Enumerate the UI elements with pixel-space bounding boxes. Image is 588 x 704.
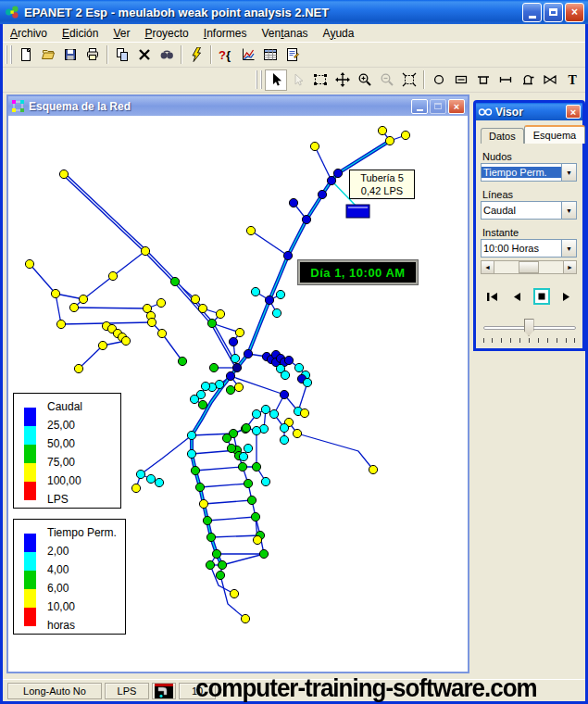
region-button[interactable] bbox=[309, 69, 332, 91]
rewind-button[interactable] bbox=[483, 288, 500, 305]
network-node[interactable] bbox=[206, 533, 215, 541]
network-node[interactable] bbox=[198, 304, 206, 312]
network-node[interactable] bbox=[79, 295, 87, 303]
network-node[interactable] bbox=[147, 318, 156, 326]
network-node[interactable] bbox=[269, 409, 278, 418]
network-node[interactable] bbox=[232, 363, 241, 371]
network-pipe[interactable] bbox=[211, 535, 260, 537]
map-close-button[interactable]: × bbox=[448, 99, 465, 114]
menu-item-edición[interactable]: Edición bbox=[55, 25, 106, 42]
network-pipe[interactable] bbox=[162, 333, 182, 361]
save-button[interactable] bbox=[59, 44, 81, 66]
scrollbar-thumb[interactable] bbox=[519, 261, 539, 273]
network-pipe[interactable] bbox=[315, 146, 332, 181]
network-node[interactable] bbox=[251, 512, 259, 521]
network-node[interactable] bbox=[318, 190, 326, 198]
lineas-dropdown[interactable]: Caudal ▼ bbox=[481, 201, 577, 220]
network-node[interactable] bbox=[252, 426, 260, 434]
network-pipe[interactable] bbox=[83, 276, 113, 299]
network-node[interactable] bbox=[226, 371, 234, 380]
network-node[interactable] bbox=[281, 371, 289, 379]
minimize-button[interactable] bbox=[522, 3, 542, 22]
network-node[interactable] bbox=[98, 341, 106, 349]
tab-esquema[interactable]: Esquema bbox=[524, 125, 585, 144]
scrollbar-track[interactable] bbox=[494, 260, 563, 274]
network-node[interactable] bbox=[302, 215, 310, 223]
network-node[interactable] bbox=[190, 395, 198, 403]
menu-item-ver[interactable]: Ver bbox=[106, 25, 137, 42]
graph-button[interactable] bbox=[237, 44, 259, 66]
close-button[interactable]: × bbox=[565, 3, 584, 22]
network-node[interactable] bbox=[141, 246, 149, 255]
network-pipe[interactable] bbox=[113, 251, 145, 276]
network-node[interactable] bbox=[131, 484, 140, 492]
network-node[interactable] bbox=[230, 589, 238, 597]
network-node[interactable] bbox=[259, 549, 268, 558]
zoomin-button[interactable] bbox=[354, 69, 376, 91]
network-pipe[interactable] bbox=[251, 231, 288, 256]
tank-symbol[interactable] bbox=[346, 205, 369, 218]
pump-button[interactable] bbox=[517, 69, 539, 91]
label-button[interactable]: T bbox=[561, 69, 583, 91]
network-node[interactable] bbox=[284, 356, 293, 364]
pipe-button[interactable] bbox=[494, 69, 517, 91]
network-node[interactable] bbox=[191, 466, 199, 474]
network-pipe[interactable] bbox=[222, 554, 264, 565]
network-node[interactable] bbox=[235, 328, 244, 336]
maximize-button[interactable] bbox=[544, 3, 563, 22]
select-button[interactable] bbox=[265, 69, 287, 91]
network-node[interactable] bbox=[238, 462, 246, 471]
network-node[interactable] bbox=[187, 431, 195, 439]
network-node[interactable] bbox=[136, 470, 144, 478]
menu-item-ventanas[interactable]: Ventanas bbox=[255, 25, 316, 42]
network-node[interactable] bbox=[244, 479, 252, 487]
network-node[interactable] bbox=[265, 295, 273, 304]
network-node[interactable] bbox=[108, 271, 117, 280]
legend-caudal[interactable]: Caudal25,0050,0075,00100,00LPS bbox=[13, 393, 121, 509]
network-node[interactable] bbox=[231, 354, 239, 362]
network-node[interactable] bbox=[59, 170, 68, 178]
network-node[interactable] bbox=[229, 337, 237, 346]
step-back-button[interactable] bbox=[508, 288, 525, 305]
step-forward-button[interactable] bbox=[558, 288, 575, 305]
dropdown-button[interactable]: ▼ bbox=[561, 164, 576, 181]
network-node[interactable] bbox=[170, 277, 179, 285]
pan-button[interactable] bbox=[332, 69, 354, 91]
visor-title-bar[interactable]: Visor × bbox=[476, 103, 582, 120]
time-scrollbar[interactable]: ◄ ► bbox=[481, 260, 577, 274]
menu-item-ayuda[interactable]: Ayuda bbox=[316, 25, 362, 42]
table-button[interactable] bbox=[259, 44, 281, 66]
network-node[interactable] bbox=[276, 290, 284, 298]
network-node[interactable] bbox=[241, 614, 249, 622]
reservoir-button[interactable] bbox=[450, 69, 472, 91]
network-node[interactable] bbox=[25, 259, 33, 268]
network-pipe[interactable] bbox=[195, 467, 243, 471]
network-node[interactable] bbox=[378, 126, 386, 134]
network-node[interactable] bbox=[69, 303, 78, 311]
network-node[interactable] bbox=[146, 474, 155, 483]
nudos-dropdown[interactable]: Tiempo Perm. ▼ bbox=[481, 163, 577, 182]
network-node[interactable] bbox=[187, 449, 195, 458]
network-node[interactable] bbox=[327, 176, 335, 184]
network-node[interactable] bbox=[234, 383, 243, 391]
network-node[interactable] bbox=[272, 308, 281, 317]
toolbar-gripper[interactable] bbox=[256, 70, 262, 89]
network-pipe[interactable] bbox=[141, 435, 192, 474]
network-node[interactable] bbox=[198, 400, 206, 409]
scroll-left-button[interactable]: ◄ bbox=[481, 260, 494, 274]
network-node[interactable] bbox=[51, 289, 59, 297]
network-pipe[interactable] bbox=[74, 308, 147, 308]
network-node[interactable] bbox=[206, 560, 214, 569]
network-node[interactable] bbox=[178, 357, 186, 365]
slider-thumb[interactable] bbox=[524, 319, 534, 336]
visor-close-button[interactable]: × bbox=[566, 105, 581, 119]
network-node[interactable] bbox=[56, 320, 65, 328]
map-minimize-button[interactable] bbox=[411, 99, 428, 114]
network-node[interactable] bbox=[195, 483, 204, 491]
network-node[interactable] bbox=[218, 560, 226, 569]
network-node[interactable] bbox=[294, 363, 303, 371]
legend-tiempo[interactable]: Tiempo Perm.2,004,006,0010,00horas bbox=[13, 519, 126, 635]
title-bar[interactable]: EPANET 2 Esp - meulaboh weak point analy… bbox=[0, 0, 588, 24]
network-node[interactable] bbox=[369, 465, 377, 473]
valve-button[interactable] bbox=[539, 69, 561, 91]
